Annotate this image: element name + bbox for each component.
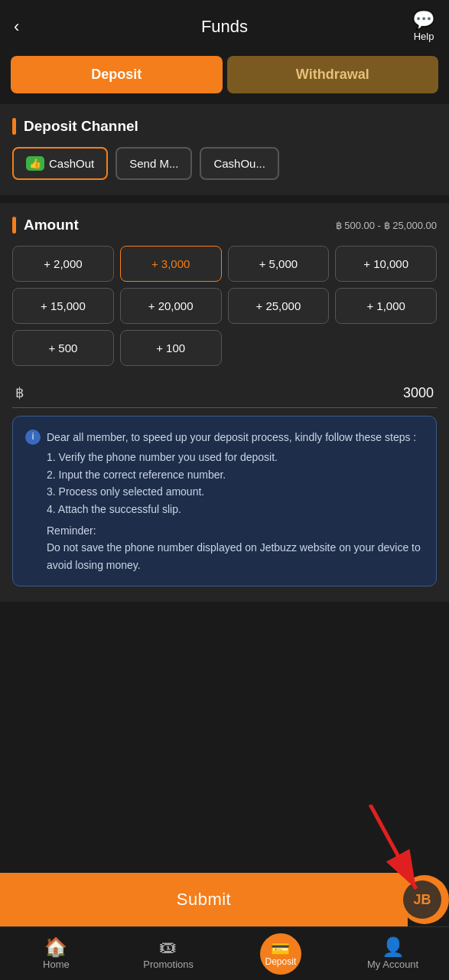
sendm-label: Send M... bbox=[129, 157, 178, 170]
amount-header: Amount ฿ 500.00 - ฿ 25,000.00 bbox=[12, 217, 437, 234]
promotions-icon: 🎟 bbox=[159, 938, 177, 956]
amount-input-row: ฿ bbox=[12, 378, 437, 408]
nav-deposit[interactable]: 💳 Deposit bbox=[225, 929, 337, 979]
home-icon: 🏠 bbox=[44, 938, 67, 956]
tab-bar: Deposit Withdrawal bbox=[11, 56, 438, 93]
nav-deposit-label: Deposit bbox=[265, 956, 297, 967]
logo-watermark: JB bbox=[403, 880, 441, 919]
info-step-1: 1. Verify the phone number you used for … bbox=[47, 449, 424, 466]
deposit-channel-section: Deposit Channel 👍 CashOut Send M... Cash… bbox=[0, 104, 449, 195]
bottom-nav: 🏠 Home 🎟 Promotions 💳 Deposit 👤 My Accou… bbox=[0, 926, 449, 980]
info-step-3: 3. Process only selected amount. bbox=[47, 483, 424, 500]
info-box: i Dear all member, to speed up your depo… bbox=[12, 416, 437, 586]
deposit-channel-title: Deposit Channel bbox=[12, 118, 437, 135]
amount-btn-20000[interactable]: + 20,000 bbox=[120, 288, 222, 324]
amount-section: Amount ฿ 500.00 - ฿ 25,000.00 + 2,000 + … bbox=[0, 203, 449, 602]
tab-withdrawal[interactable]: Withdrawal bbox=[227, 56, 439, 93]
deposit-icon: 💳 bbox=[271, 941, 290, 956]
nav-promotions[interactable]: 🎟 Promotions bbox=[112, 933, 225, 975]
nav-home[interactable]: 🏠 Home bbox=[0, 933, 112, 975]
amount-btn-500[interactable]: + 500 bbox=[12, 330, 114, 366]
cashout-icon: 👍 bbox=[26, 156, 44, 171]
tab-deposit[interactable]: Deposit bbox=[11, 56, 223, 93]
info-steps: 1. Verify the phone number you used for … bbox=[25, 449, 424, 573]
amount-btn-25000[interactable]: + 25,000 bbox=[228, 288, 330, 324]
amount-btn-15000[interactable]: + 15,000 bbox=[12, 288, 114, 324]
deposit-circle: 💳 Deposit bbox=[260, 933, 301, 975]
title-bar-accent-2 bbox=[12, 217, 16, 234]
channel-sendm[interactable]: Send M... bbox=[116, 147, 192, 180]
page-title: Funds bbox=[201, 17, 248, 37]
help-label: Help bbox=[414, 31, 434, 42]
reminder-label: Reminder: bbox=[47, 522, 424, 539]
info-header: i Dear all member, to speed up your depo… bbox=[25, 429, 424, 446]
nav-myaccount[interactable]: 👤 My Account bbox=[337, 933, 449, 975]
currency-symbol: ฿ bbox=[15, 384, 24, 401]
amount-range: ฿ 500.00 - ฿ 25,000.00 bbox=[336, 220, 437, 231]
reminder-text: Do not save the phone number displayed o… bbox=[47, 539, 424, 573]
amount-input[interactable] bbox=[30, 385, 434, 401]
amount-btn-100[interactable]: + 100 bbox=[120, 330, 222, 366]
amount-btn-10000[interactable]: + 10,000 bbox=[335, 246, 437, 282]
amount-grid: + 2,000 + 3,000 + 5,000 + 10,000 + 15,00… bbox=[12, 246, 437, 366]
amount-btn-3000[interactable]: + 3,000 bbox=[120, 246, 222, 282]
nav-myaccount-label: My Account bbox=[367, 959, 418, 970]
help-button[interactable]: 💬 Help bbox=[412, 11, 435, 42]
back-button[interactable]: ‹ bbox=[14, 17, 19, 37]
nav-home-label: Home bbox=[43, 959, 70, 970]
header: ‹ Funds 💬 Help bbox=[0, 0, 449, 50]
info-title: Dear all member, to speed up your deposi… bbox=[47, 429, 416, 446]
nav-promotions-label: Promotions bbox=[143, 959, 194, 970]
title-bar-accent bbox=[12, 118, 16, 135]
cashout2-label: CashOu... bbox=[213, 157, 265, 170]
info-step-4: 4. Attach the successful slip. bbox=[47, 501, 424, 518]
info-step-2: 2. Input the correct reference number. bbox=[47, 466, 424, 483]
amount-btn-2000[interactable]: + 2,000 bbox=[12, 246, 114, 282]
amount-btn-1000[interactable]: + 1,000 bbox=[335, 288, 437, 324]
amount-btn-5000[interactable]: + 5,000 bbox=[228, 246, 330, 282]
submit-bar: Submit ∧ bbox=[0, 873, 449, 926]
myaccount-icon: 👤 bbox=[382, 938, 405, 956]
amount-title: Amount bbox=[12, 217, 79, 234]
help-icon: 💬 bbox=[412, 11, 435, 29]
info-icon: i bbox=[25, 430, 41, 445]
channel-cashout2[interactable]: CashOu... bbox=[200, 147, 279, 180]
channel-label: CashOut bbox=[49, 157, 94, 170]
submit-button[interactable]: Submit bbox=[0, 873, 408, 926]
channel-list: 👍 CashOut Send M... CashOu... bbox=[12, 147, 437, 180]
channel-cashout1[interactable]: 👍 CashOut bbox=[12, 147, 108, 180]
